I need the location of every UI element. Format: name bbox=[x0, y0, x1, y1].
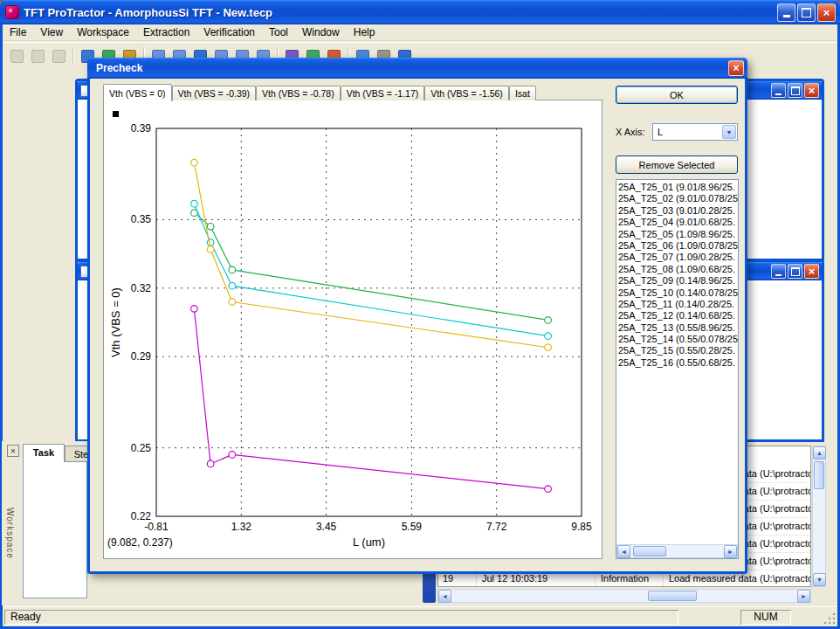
menu-tool[interactable]: Tool bbox=[262, 24, 295, 40]
list-item[interactable]: 25A_T25_04 (9.01/0.68/25. bbox=[618, 217, 738, 228]
precheck-title: Precheck bbox=[96, 62, 142, 74]
num-lock-indicator: NUM bbox=[740, 610, 791, 625]
plot-border bbox=[156, 128, 582, 516]
chevron-down-icon[interactable] bbox=[722, 125, 736, 139]
list-item[interactable]: 25A_T25_11 (0.14/0.28/25. bbox=[618, 299, 738, 310]
log-horizontal-scrollbar[interactable] bbox=[437, 589, 811, 603]
workspace-close-icon[interactable] bbox=[7, 445, 19, 457]
log-vertical-scrollbar[interactable] bbox=[812, 446, 826, 587]
y-tick-label: 0.25 bbox=[131, 442, 152, 454]
list-item[interactable]: 25A_T25_09 (0.14/8.96/25. bbox=[618, 275, 738, 287]
child-close-button[interactable] bbox=[804, 264, 819, 279]
tab-vth-vbs-0[interactable]: Vth (VBS = 0) bbox=[103, 84, 172, 101]
application-window: TFT ProTractor - AmorphousSi TFT - New.t… bbox=[0, 0, 840, 629]
data-point-W=0.078[interactable] bbox=[207, 460, 214, 467]
list-item[interactable]: 25A_T25_16 (0.55/0.68/25. bbox=[618, 357, 738, 369]
scroll-up-icon[interactable] bbox=[813, 446, 826, 460]
list-item[interactable]: 25A_T25_02 (9.01/0.078/25 bbox=[618, 193, 738, 204]
tab-vth-vbs--0.39[interactable]: Vth (VBS = -0.39) bbox=[172, 86, 257, 100]
menu-window[interactable]: Window bbox=[295, 24, 347, 40]
window-title: TFT ProTractor - AmorphousSi TFT - New.t… bbox=[24, 6, 775, 19]
data-point-W=0.28[interactable] bbox=[207, 239, 214, 246]
child-maximize-button[interactable] bbox=[788, 264, 802, 279]
data-point-W=0.28[interactable] bbox=[229, 282, 236, 289]
list-item[interactable]: 25A_T25_07 (1.09/0.28/25. bbox=[618, 252, 738, 263]
scroll-right-icon[interactable] bbox=[724, 545, 737, 558]
scroll-right-icon[interactable] bbox=[797, 590, 810, 603]
x-tick-label: -0.81 bbox=[144, 521, 169, 533]
precheck-chart[interactable]: -0.811.323.455.597.729.850.390.350.320.2… bbox=[104, 100, 602, 558]
list-item[interactable]: 25A_T25_05 (1.09/8.96/25. bbox=[618, 229, 738, 240]
menu-bar: File View Workspace Extraction Verificat… bbox=[3, 24, 837, 41]
tab-vth-vbs--1.56[interactable]: Vth (VBS = -1.56) bbox=[424, 86, 509, 100]
legend-marker bbox=[113, 111, 119, 117]
child-maximize-button[interactable] bbox=[788, 83, 802, 98]
data-point-W=0.078[interactable] bbox=[191, 306, 198, 313]
child-minimize-button[interactable] bbox=[771, 83, 786, 98]
menu-view[interactable]: View bbox=[33, 24, 70, 40]
remove-selected-button[interactable]: Remove Selected bbox=[616, 156, 738, 174]
data-point-W=8.96[interactable] bbox=[229, 266, 236, 273]
data-point-W=0.68[interactable] bbox=[191, 159, 198, 166]
device-list[interactable]: 25A_T25_01 (9.01/8.96/25. 25A_T25_02 (9.… bbox=[616, 179, 739, 559]
list-item[interactable]: 25A_T25_14 (0.55/0.078/25 bbox=[618, 334, 738, 345]
precheck-dialog: Precheck Vth (VBS = 0) Vth (VBS = -0.39)… bbox=[87, 58, 747, 574]
app-icon bbox=[5, 5, 19, 19]
scrollbar-thumb[interactable] bbox=[648, 591, 697, 601]
tab-vth-vbs--1.17[interactable]: Vth (VBS = -1.17) bbox=[341, 86, 425, 100]
list-item[interactable]: 25A_T25_13 (0.55/8.96/25. bbox=[618, 322, 738, 334]
child-minimize-button[interactable] bbox=[771, 264, 786, 279]
task-list[interactable] bbox=[23, 461, 87, 598]
status-message: Ready bbox=[4, 610, 678, 625]
data-point-W=0.28[interactable] bbox=[191, 200, 198, 207]
toolbar-separator bbox=[72, 47, 74, 65]
data-point-W=0.68[interactable] bbox=[229, 299, 236, 306]
tab-task[interactable]: Task bbox=[23, 444, 65, 462]
precheck-close-button[interactable] bbox=[728, 60, 744, 76]
scroll-left-icon[interactable] bbox=[617, 545, 630, 558]
scrollbar-thumb[interactable] bbox=[814, 461, 824, 489]
menu-help[interactable]: Help bbox=[347, 24, 382, 40]
y-tick-label: 0.39 bbox=[131, 122, 152, 135]
list-item[interactable]: 25A_T25_10 (0.14/0.078/25 bbox=[618, 287, 738, 299]
menu-extraction[interactable]: Extraction bbox=[136, 24, 196, 40]
close-button[interactable] bbox=[817, 3, 836, 22]
y-tick-label: 0.22 bbox=[131, 510, 152, 522]
precheck-tab-strip: Vth (VBS = 0) Vth (VBS = -0.39) Vth (VBS… bbox=[103, 83, 536, 100]
list-item[interactable]: 25A_T25_06 (1.09/0.078/25 bbox=[618, 240, 738, 252]
data-point-W=0.078[interactable] bbox=[545, 486, 552, 493]
list-item[interactable]: 25A_T25_03 (9.01/0.28/25. bbox=[618, 205, 738, 217]
device-list-horizontal-scrollbar[interactable] bbox=[616, 544, 738, 558]
menu-workspace[interactable]: Workspace bbox=[70, 24, 136, 40]
list-item[interactable]: 25A_T25_12 (0.14/0.68/25. bbox=[618, 310, 738, 321]
new-document-icon[interactable] bbox=[7, 46, 27, 66]
child-close-button[interactable] bbox=[804, 83, 819, 98]
open-file-icon[interactable] bbox=[28, 46, 48, 66]
list-item[interactable]: 25A_T25_08 (1.09/0.68/25. bbox=[618, 264, 738, 275]
scrollbar-thumb[interactable] bbox=[633, 546, 666, 556]
minimize-button[interactable] bbox=[777, 3, 795, 22]
data-point-W=0.078[interactable] bbox=[229, 452, 236, 459]
data-point-W=8.96[interactable] bbox=[545, 317, 552, 324]
scroll-left-icon[interactable] bbox=[438, 590, 451, 603]
y-tick-label: 0.35 bbox=[131, 213, 152, 225]
series-line-W=0.078 bbox=[194, 308, 547, 488]
resize-grip[interactable] bbox=[824, 613, 837, 626]
workspace-side-caption: Workspace bbox=[3, 478, 17, 588]
data-point-W=0.28[interactable] bbox=[545, 333, 552, 340]
maximize-button[interactable] bbox=[797, 3, 816, 22]
save-icon[interactable] bbox=[49, 46, 69, 66]
tab-isat[interactable]: Isat bbox=[509, 86, 536, 100]
series-line-W=0.28 bbox=[194, 204, 547, 335]
data-point-W=0.68[interactable] bbox=[545, 344, 552, 351]
list-item[interactable]: 25A_T25_01 (9.01/8.96/25. bbox=[618, 182, 738, 193]
scroll-down-icon[interactable] bbox=[813, 573, 826, 586]
list-item[interactable]: 25A_T25_15 (0.55/0.28/25. bbox=[618, 345, 738, 356]
data-point-W=0.68[interactable] bbox=[207, 246, 214, 253]
data-point-W=8.96[interactable] bbox=[207, 224, 214, 231]
menu-verification[interactable]: Verification bbox=[196, 24, 262, 40]
x-axis-select[interactable]: L bbox=[652, 123, 738, 141]
tab-vth-vbs--0.78[interactable]: Vth (VBS = -0.78) bbox=[256, 86, 341, 100]
menu-file[interactable]: File bbox=[3, 24, 33, 40]
ok-button[interactable]: OK bbox=[616, 86, 738, 104]
